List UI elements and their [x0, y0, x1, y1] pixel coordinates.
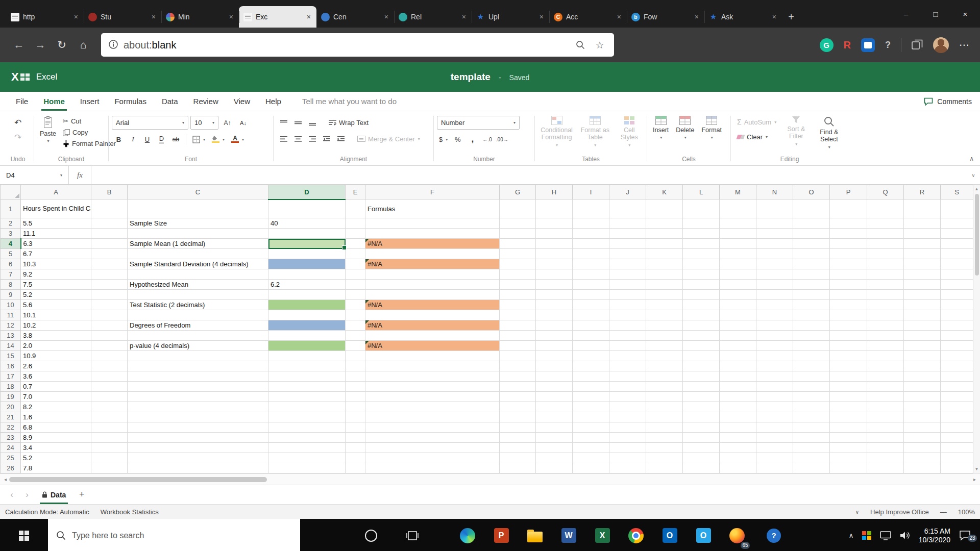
column-header-N[interactable]: N	[756, 185, 793, 199]
cell-Q12[interactable]	[867, 320, 904, 331]
cell-Q7[interactable]	[867, 269, 904, 280]
cell-J22[interactable]	[609, 422, 646, 433]
cell-G2[interactable]	[500, 218, 536, 229]
cell-F1[interactable]: Formulas	[365, 199, 500, 218]
cell-R17[interactable]	[904, 371, 941, 382]
row-header-16[interactable]: 16	[1, 361, 21, 371]
zoom-level[interactable]: 100%	[958, 508, 975, 516]
cell-I24[interactable]	[573, 443, 609, 453]
cell-D14[interactable]	[268, 341, 346, 351]
taskbar-outlook[interactable]: O	[658, 519, 681, 551]
new-tab-button[interactable]: +	[782, 6, 800, 28]
cell-N4[interactable]	[756, 239, 793, 249]
tv-extension-icon[interactable]	[861, 38, 875, 52]
select-all-button[interactable]	[1, 185, 21, 199]
cell-G21[interactable]	[500, 412, 536, 422]
tab-close-icon[interactable]: ×	[461, 13, 467, 21]
cell-E13[interactable]	[346, 331, 365, 341]
cell-Q23[interactable]	[867, 433, 904, 443]
window-maximize-button[interactable]: □	[921, 0, 950, 28]
cell-R18[interactable]	[904, 382, 941, 392]
cell-J16[interactable]	[609, 361, 646, 371]
cell-L7[interactable]	[683, 269, 720, 280]
cell-O22[interactable]	[793, 422, 830, 433]
cell-R8[interactable]	[904, 280, 941, 290]
cell-J8[interactable]	[609, 280, 646, 290]
formula-input[interactable]	[91, 166, 967, 184]
cell-P6[interactable]	[830, 259, 867, 269]
column-header-A[interactable]: A	[21, 185, 91, 199]
column-header-H[interactable]: H	[536, 185, 573, 199]
cell-R25[interactable]	[904, 453, 941, 463]
tell-me-box[interactable]: Tell me what you want to do	[302, 97, 397, 106]
cell-C1[interactable]	[128, 199, 268, 218]
cell-H7[interactable]	[536, 269, 573, 280]
cell-G17[interactable]	[500, 371, 536, 382]
row-header-24[interactable]: 24	[1, 443, 21, 453]
cell-A13[interactable]: 3.8	[21, 331, 91, 341]
cell-F22[interactable]	[365, 422, 500, 433]
cell-O5[interactable]	[793, 249, 830, 259]
row-header-15[interactable]: 15	[1, 351, 21, 361]
tab-close-icon[interactable]: ×	[228, 13, 234, 21]
cell-R16[interactable]	[904, 361, 941, 371]
accounting-format-button[interactable]: $▾	[437, 134, 450, 145]
cell-L19[interactable]	[683, 392, 720, 402]
cell-O18[interactable]	[793, 382, 830, 392]
cell-L24[interactable]	[683, 443, 720, 453]
cell-F13[interactable]	[365, 331, 500, 341]
column-header-S[interactable]: S	[941, 185, 973, 199]
cell-Q17[interactable]	[867, 371, 904, 382]
bold-button[interactable]: B	[112, 133, 126, 146]
cell-M16[interactable]	[720, 361, 756, 371]
cell-B3[interactable]	[91, 229, 128, 239]
cell-G7[interactable]	[500, 269, 536, 280]
cell-F23[interactable]	[365, 433, 500, 443]
r-extension-icon[interactable]: R	[844, 39, 851, 51]
browser-tab-exc[interactable]: Exc×	[239, 6, 316, 28]
cell-M4[interactable]	[720, 239, 756, 249]
grow-font-button[interactable]: A↑	[220, 116, 234, 130]
cell-J17[interactable]	[609, 371, 646, 382]
cell-N17[interactable]	[756, 371, 793, 382]
fill-color-button[interactable]: ▾	[209, 134, 228, 144]
cell-L18[interactable]	[683, 382, 720, 392]
cell-P19[interactable]	[830, 392, 867, 402]
menu-file[interactable]: File	[8, 92, 36, 111]
cell-B19[interactable]	[91, 392, 128, 402]
vertical-scroll-thumb[interactable]	[975, 194, 979, 276]
cell-B12[interactable]	[91, 320, 128, 331]
cell-N3[interactable]	[756, 229, 793, 239]
cell-A10[interactable]: 5.6	[21, 300, 91, 310]
cell-J4[interactable]	[609, 239, 646, 249]
cell-C11[interactable]	[128, 310, 268, 320]
cell-F15[interactable]	[365, 351, 500, 361]
cell-S20[interactable]	[941, 402, 973, 412]
cell-G26[interactable]	[500, 463, 536, 473]
cell-I9[interactable]	[573, 290, 609, 300]
top-align-button[interactable]	[277, 116, 290, 129]
display-tray-icon[interactable]	[880, 531, 891, 540]
sort-filter-button[interactable]: Sort & Filter▾	[781, 115, 811, 147]
cell-M15[interactable]	[720, 351, 756, 361]
cell-M19[interactable]	[720, 392, 756, 402]
cell-L17[interactable]	[683, 371, 720, 382]
cell-N23[interactable]	[756, 433, 793, 443]
cell-C15[interactable]	[128, 351, 268, 361]
cell-F3[interactable]	[365, 229, 500, 239]
cell-Q21[interactable]	[867, 412, 904, 422]
sheet-nav-next-icon[interactable]: ›	[20, 490, 34, 500]
cell-Q1[interactable]	[867, 199, 904, 218]
cell-E3[interactable]	[346, 229, 365, 239]
browser-tab-fow[interactable]: bFow×	[627, 6, 704, 28]
cell-P12[interactable]	[830, 320, 867, 331]
cell-C12[interactable]: Degrees of Freedom	[128, 320, 268, 331]
hidden-icons-chevron[interactable]: ∧	[849, 532, 854, 539]
cell-J10[interactable]	[609, 300, 646, 310]
cell-H5[interactable]	[536, 249, 573, 259]
cell-K19[interactable]	[646, 392, 683, 402]
cell-C6[interactable]: Sample Standard Deviation (4 decimals)	[128, 259, 268, 269]
cell-D7[interactable]	[268, 269, 346, 280]
cell-N2[interactable]	[756, 218, 793, 229]
cell-P7[interactable]	[830, 269, 867, 280]
